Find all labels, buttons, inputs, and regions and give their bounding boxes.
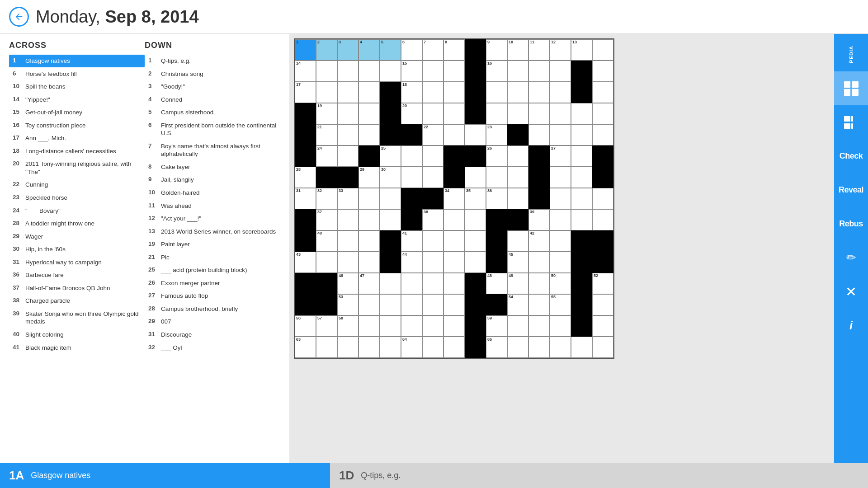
crossword-cell[interactable] xyxy=(465,103,486,124)
crossword-cell[interactable]: 12 xyxy=(550,39,571,61)
crossword-cell[interactable]: 49 xyxy=(507,273,528,294)
pencil-button[interactable]: ✏ xyxy=(834,241,868,275)
crossword-cell[interactable] xyxy=(380,294,401,315)
crossword-cell[interactable] xyxy=(422,103,443,124)
crossword-cell[interactable] xyxy=(337,167,359,188)
crossword-cell[interactable]: 17 xyxy=(295,82,316,103)
crossword-cell[interactable] xyxy=(528,273,550,294)
crossword-cell[interactable]: 9 xyxy=(486,39,507,61)
crossword-cell[interactable] xyxy=(443,252,465,273)
back-button[interactable] xyxy=(9,7,29,27)
crossword-cell[interactable] xyxy=(295,230,316,252)
crossword-cell[interactable]: 55 xyxy=(550,294,571,315)
crossword-cell[interactable] xyxy=(443,82,465,103)
crossword-cell[interactable] xyxy=(550,103,571,124)
crossword-cell[interactable] xyxy=(528,103,550,124)
crossword-cell[interactable] xyxy=(316,337,337,358)
crossword-cell[interactable] xyxy=(359,252,380,273)
crossword-cell[interactable] xyxy=(443,294,465,315)
crossword-cell[interactable]: 22 xyxy=(422,124,443,145)
crossword-cell[interactable] xyxy=(337,145,359,167)
crossword-cell[interactable] xyxy=(571,252,592,273)
clue-item[interactable]: 31Hyperlocal way to campaign xyxy=(9,256,145,269)
crossword-cell[interactable]: 31 xyxy=(295,188,316,209)
clue-item[interactable]: 17Ann ___, Mich. xyxy=(9,132,145,145)
list-view-button[interactable] xyxy=(834,105,868,139)
crossword-cell[interactable] xyxy=(528,315,550,337)
crossword-cell[interactable] xyxy=(465,337,486,358)
clue-item[interactable]: 8Cake layer xyxy=(145,161,280,174)
crossword-cell[interactable] xyxy=(295,209,316,230)
crossword-cell[interactable] xyxy=(380,252,401,273)
crossword-cell[interactable] xyxy=(295,103,316,124)
crossword-cell[interactable] xyxy=(592,103,613,124)
crossword-cell[interactable]: 21 xyxy=(316,124,337,145)
clue-item[interactable]: 41Black magic item xyxy=(9,342,145,354)
crossword-cell[interactable] xyxy=(571,315,592,337)
crossword-cell[interactable]: 45 xyxy=(507,252,528,273)
crossword-cell[interactable] xyxy=(422,167,443,188)
crossword-cell[interactable]: 33 xyxy=(337,188,359,209)
clue-item[interactable]: 28A toddler might throw one xyxy=(9,217,145,230)
crossword-cell[interactable] xyxy=(592,252,613,273)
crossword-cell[interactable] xyxy=(359,145,380,167)
crossword-cell[interactable] xyxy=(486,230,507,252)
crossword-cell[interactable] xyxy=(465,209,486,230)
crossword-cell[interactable] xyxy=(380,103,401,124)
crossword-cell[interactable]: 19 xyxy=(316,103,337,124)
clue-item[interactable]: 32___ Oyl xyxy=(145,342,280,354)
crossword-cell[interactable] xyxy=(380,61,401,82)
clue-item[interactable]: 40Slight coloring xyxy=(9,328,145,341)
clue-item[interactable]: 18Long-distance callers' necessities xyxy=(9,145,145,158)
crossword-cell[interactable] xyxy=(550,315,571,337)
crossword-cell[interactable] xyxy=(443,61,465,82)
crossword-cell[interactable] xyxy=(465,124,486,145)
crossword-cell[interactable] xyxy=(295,294,316,315)
crossword-cell[interactable] xyxy=(316,273,337,294)
crossword-cell[interactable] xyxy=(316,294,337,315)
crossword-cell[interactable] xyxy=(380,337,401,358)
bottom-right-clue[interactable]: 1D Q-tips, e.g. xyxy=(330,463,868,488)
crossword-cell[interactable] xyxy=(571,337,592,358)
crossword-cell[interactable]: 47 xyxy=(359,273,380,294)
crossword-cell[interactable] xyxy=(507,167,528,188)
crossword-cell[interactable] xyxy=(571,209,592,230)
crossword-cell[interactable] xyxy=(359,61,380,82)
pedia-button[interactable]: PEDIA xyxy=(834,38,868,71)
clue-item[interactable]: 24"___ Bovary" xyxy=(9,205,145,217)
crossword-cell[interactable] xyxy=(571,294,592,315)
crossword-cell[interactable]: 64 xyxy=(401,337,422,358)
crossword-cell[interactable] xyxy=(571,273,592,294)
crossword-cell[interactable] xyxy=(359,188,380,209)
crossword-cell[interactable] xyxy=(380,273,401,294)
crossword-cell[interactable] xyxy=(507,209,528,230)
crossword-cell[interactable]: 16 xyxy=(486,61,507,82)
crossword-cell[interactable] xyxy=(507,103,528,124)
crossword-cell[interactable] xyxy=(337,337,359,358)
clue-item[interactable]: 23Speckled horse xyxy=(9,192,145,204)
crossword-cell[interactable] xyxy=(401,188,422,209)
crossword-cell[interactable] xyxy=(571,167,592,188)
crossword-cell[interactable] xyxy=(550,230,571,252)
crossword-cell[interactable] xyxy=(465,252,486,273)
crossword-cell[interactable] xyxy=(507,230,528,252)
crossword-cell[interactable] xyxy=(422,315,443,337)
crossword-cell[interactable]: 46 xyxy=(337,273,359,294)
crossword-cell[interactable]: 44 xyxy=(401,252,422,273)
clue-item[interactable]: 14"Yippee!" xyxy=(9,94,145,106)
crossword-cell[interactable] xyxy=(571,61,592,82)
crossword-cell[interactable] xyxy=(592,188,613,209)
crossword-cell[interactable]: 2 xyxy=(316,39,337,61)
crossword-cell[interactable] xyxy=(507,82,528,103)
clue-item[interactable]: 31Discourage xyxy=(145,328,280,341)
crossword-cell[interactable] xyxy=(592,315,613,337)
crossword-cell[interactable] xyxy=(359,103,380,124)
crossword-cell[interactable] xyxy=(316,167,337,188)
crossword-cell[interactable] xyxy=(316,61,337,82)
crossword-cell[interactable] xyxy=(507,61,528,82)
clue-item[interactable]: 11Was ahead xyxy=(145,200,280,212)
crossword-cell[interactable] xyxy=(443,209,465,230)
clue-item[interactable]: 2Christmas song xyxy=(145,68,280,80)
crossword-cell[interactable] xyxy=(528,145,550,167)
crossword-cell[interactable]: 53 xyxy=(337,294,359,315)
